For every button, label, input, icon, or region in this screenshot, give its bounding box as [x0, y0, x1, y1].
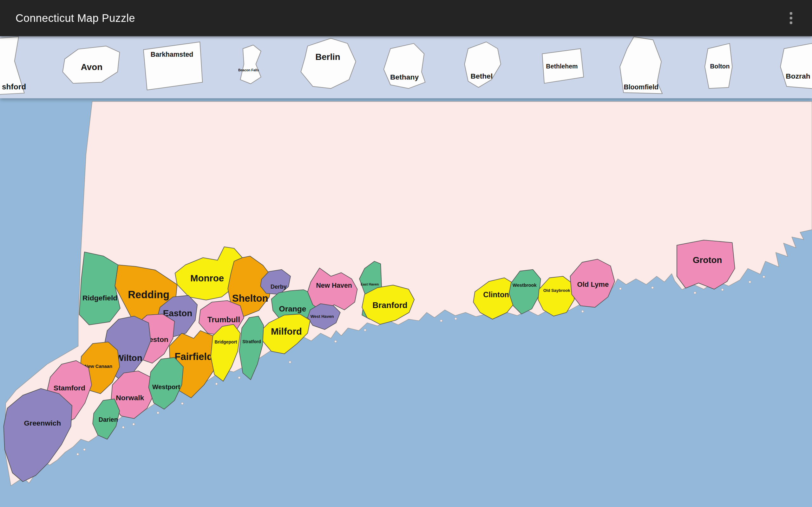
coastal-island: [763, 276, 765, 278]
coastal-island: [440, 320, 442, 322]
coastal-island: [133, 423, 135, 425]
tray-piece-barkhamsted[interactable]: Barkhamsted: [143, 42, 202, 90]
coastal-island: [455, 318, 457, 320]
coastal-island: [84, 448, 86, 451]
piece-tray-canvas: shfordAvonBarkhamstedBeacon FallsBerlinB…: [0, 36, 812, 98]
coastal-island: [289, 361, 291, 363]
tray-piece-shape-bethany[interactable]: [384, 43, 425, 89]
map-piece-shape-ridgefield[interactable]: [79, 252, 120, 325]
overflow-dot: [790, 17, 792, 19]
tray-piece-bethany[interactable]: Bethany: [384, 43, 425, 89]
coastal-island: [721, 289, 723, 291]
coastal-island: [122, 426, 124, 429]
map-piece-groton[interactable]: Groton: [677, 240, 735, 289]
action-bar: Connecticut Map Puzzle: [0, 0, 812, 36]
map-piece-shape-groton[interactable]: [677, 240, 735, 289]
coastal-island: [215, 383, 217, 385]
coastal-island: [581, 310, 583, 313]
coastal-island: [334, 340, 337, 343]
coastal-island: [77, 453, 79, 455]
map-area[interactable]: RidgefieldReddingMonroeSheltonDerbyOrang…: [0, 98, 812, 507]
map-piece-ridgefield[interactable]: Ridgefield: [79, 252, 120, 325]
coastal-island: [619, 287, 621, 290]
overflow-dot: [790, 21, 792, 24]
overflow-dot: [790, 12, 792, 14]
coastal-island: [181, 402, 183, 405]
tray-piece-shape-bethlehem[interactable]: [542, 49, 583, 83]
coastal-island: [694, 291, 696, 294]
coastal-island: [238, 377, 241, 379]
tray-piece-bolton[interactable]: Bolton: [705, 43, 732, 89]
coastal-island: [364, 329, 366, 331]
coastal-island: [652, 286, 654, 289]
coastal-island: [157, 412, 159, 414]
piece-tray[interactable]: shfordAvonBarkhamstedBeacon FallsBerlinB…: [0, 36, 812, 98]
app-title: Connecticut Map Puzzle: [0, 12, 135, 24]
tray-piece-bethlehem[interactable]: Bethlehem: [542, 49, 583, 83]
map-canvas: RidgefieldReddingMonroeSheltonDerbyOrang…: [0, 98, 812, 507]
tray-piece-shape-bolton[interactable]: [705, 43, 732, 89]
app-window: Connecticut Map Puzzle shfordAvonBarkham…: [0, 0, 812, 507]
overflow-menu-icon[interactable]: [786, 9, 796, 27]
coastal-island: [749, 281, 751, 283]
tray-piece-shape-barkhamsted[interactable]: [143, 42, 202, 90]
